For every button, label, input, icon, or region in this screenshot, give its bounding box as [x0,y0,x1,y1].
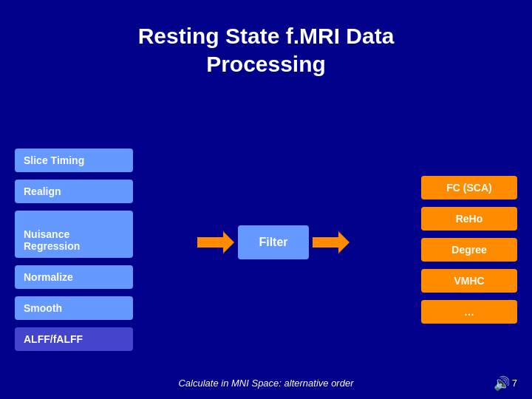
svg-marker-0 [197,231,234,253]
left-column: Slice Timing Realign NuisanceRegression … [15,149,133,351]
footer-area: Calculate in MNI Space: alternative orde… [15,378,517,389]
title-line1: Resting State f.MRI Data [138,24,395,48]
title-line2: Processing [206,52,326,76]
page-number: 7 [512,378,517,389]
speaker-icon: 🔊 [494,375,510,392]
footer-text: Calculate in MNI Space: alternative orde… [15,378,517,389]
output-fc-sca[interactable]: FC (SCA) [421,176,517,200]
output-reho[interactable]: ReHo [421,207,517,231]
arrow-right [309,231,353,253]
step-alff[interactable]: ALFF/fALFF [15,327,133,351]
page-container: Resting State f.MRI Data Processing Slic… [0,0,532,399]
step-smooth[interactable]: Smooth [15,296,133,320]
page-title: Resting State f.MRI Data Processing [138,22,395,78]
main-layout: Slice Timing Realign NuisanceRegression … [15,100,517,399]
step-slice-timing[interactable]: Slice Timing [15,149,133,172]
svg-marker-1 [313,231,349,253]
center-column: Filter [194,225,352,259]
step-normalize[interactable]: Normalize [15,265,133,289]
right-column: FC (SCA) ReHo Degree VMHC … [414,176,517,324]
step-realign[interactable]: Realign [15,180,133,203]
output-degree[interactable]: Degree [421,238,517,262]
output-dots[interactable]: … [421,300,517,324]
title-area: Resting State f.MRI Data Processing [138,22,395,78]
filter-box[interactable]: Filter [238,225,308,259]
step-nuisance-regression[interactable]: NuisanceRegression [15,211,133,258]
arrow-left [194,231,238,253]
output-vmhc[interactable]: VMHC [421,269,517,293]
